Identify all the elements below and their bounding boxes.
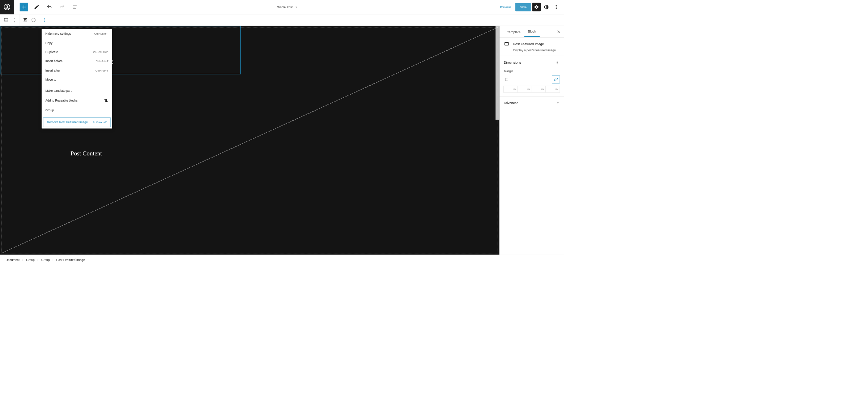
menu-move-to[interactable]: Move to <box>42 75 112 84</box>
menu-label: Copy <box>45 41 52 45</box>
post-content-block[interactable]: Post Content <box>71 150 102 157</box>
svg-point-18 <box>557 61 557 61</box>
svg-rect-0 <box>73 6 77 6</box>
undo-button[interactable] <box>45 3 54 11</box>
edit-mode-button[interactable] <box>33 3 41 11</box>
menu-hide-settings[interactable]: Hide more settings Ctrl+Shift+, <box>42 29 112 38</box>
menu-label: Remove Post Featured Image <box>47 120 88 124</box>
menu-label: Duplicate <box>45 50 58 54</box>
link-icon <box>554 77 558 82</box>
crumb-document[interactable]: Document <box>6 258 20 262</box>
chevron-right-icon: › <box>52 258 54 261</box>
menu-separator <box>42 85 112 85</box>
menu-insert-before[interactable]: Insert before Ctrl+Alt+T <box>42 57 112 66</box>
menu-shortcut: Shift+Alt+Z <box>93 121 107 124</box>
menu-shortcut: Ctrl+Alt+T <box>96 60 109 63</box>
svg-point-14 <box>44 20 44 20</box>
svg-rect-17 <box>505 46 509 46</box>
menu-label: Make template part <box>45 89 71 93</box>
menu-separator <box>42 116 112 116</box>
menu-make-template-part[interactable]: Make template part <box>42 86 112 95</box>
block-header: Post Featured Image Display a post's fea… <box>499 37 564 56</box>
crumb-group-1[interactable]: Group <box>26 258 34 262</box>
link-sides-toggle[interactable] <box>552 76 560 83</box>
menu-label: Move to <box>45 78 56 81</box>
menu-duplicate[interactable]: Duplicate Ctrl+Shift+D <box>42 47 112 56</box>
add-block-button[interactable] <box>20 3 28 11</box>
menu-label: Add to Reusable blocks <box>45 99 77 102</box>
dimensions-options-button[interactable] <box>554 60 560 65</box>
featured-image-icon <box>504 41 510 47</box>
move-up-down[interactable]: ▴ ▾ <box>10 16 19 24</box>
chevron-down-icon <box>556 101 560 105</box>
box-icon <box>504 77 509 82</box>
preview-link[interactable]: Preview <box>497 3 514 10</box>
advanced-panel[interactable]: Advanced <box>499 97 564 109</box>
featured-image-icon <box>3 17 9 23</box>
close-sidebar-button[interactable] <box>553 27 564 36</box>
margin-bottom-input[interactable]: PX <box>532 86 546 93</box>
featured-image-block[interactable] <box>0 26 241 74</box>
svg-rect-1 <box>73 7 76 7</box>
crumb-current[interactable]: Post Featured Image <box>56 258 85 262</box>
margin-right-input[interactable]: PX <box>518 86 532 93</box>
separator <box>39 14 39 26</box>
top-toolbar: Single Post Preview Save <box>0 0 564 14</box>
settings-button[interactable] <box>532 3 541 11</box>
tab-block[interactable]: Block <box>524 26 540 37</box>
tab-template[interactable]: Template <box>503 27 524 37</box>
block-icon-button[interactable] <box>2 16 10 24</box>
styles-button[interactable] <box>542 3 550 11</box>
chevron-down-icon <box>294 5 298 9</box>
editor-canvas[interactable]: e Post Content Hide more settings Ctrl+S… <box>0 26 499 255</box>
chevron-right-icon: › <box>22 258 24 261</box>
svg-point-5 <box>556 7 557 7</box>
document-title[interactable]: Single Post <box>79 5 496 9</box>
crop-button[interactable] <box>29 16 38 24</box>
breadcrumb: Document › Group › Group › Post Featured… <box>0 255 564 265</box>
settings-sidebar: Template Block Post Featured Image Displ… <box>499 26 564 255</box>
list-view-button[interactable] <box>71 3 79 11</box>
menu-group[interactable]: Group <box>42 106 112 115</box>
margin-top-input[interactable]: PX <box>503 86 518 93</box>
block-more-button[interactable] <box>40 16 48 24</box>
block-toolbar: ▴ ▾ <box>0 14 564 26</box>
chevron-down-icon: ▾ <box>14 20 15 23</box>
svg-point-4 <box>556 5 557 6</box>
svg-rect-21 <box>505 78 508 81</box>
svg-rect-8 <box>4 22 8 22</box>
crumb-group-2[interactable]: Group <box>41 258 50 262</box>
menu-copy[interactable]: Copy <box>42 38 112 47</box>
dots-vertical-icon <box>555 60 559 65</box>
block-title: Post Featured Image <box>513 42 544 46</box>
svg-rect-10 <box>24 20 26 21</box>
block-description: Display a post's featured image. <box>504 47 560 52</box>
close-icon <box>557 30 561 34</box>
svg-point-12 <box>32 18 35 22</box>
margin-left-input[interactable]: PX <box>546 86 560 93</box>
menu-shortcut: Ctrl+Alt+Y <box>95 69 109 72</box>
menu-label: Insert after <box>45 69 60 72</box>
dots-vertical-icon <box>554 4 559 9</box>
svg-point-6 <box>556 8 557 9</box>
undo-icon <box>47 4 52 10</box>
menu-label: Group <box>45 108 54 112</box>
margin-values: PX PX PX PX <box>504 86 560 93</box>
main-area: e Post Content Hide more settings Ctrl+S… <box>0 26 564 255</box>
svg-rect-2 <box>73 8 76 8</box>
svg-point-13 <box>44 18 44 19</box>
redo-button[interactable] <box>58 3 66 11</box>
align-button[interactable] <box>21 16 29 24</box>
block-context-menu: Hide more settings Ctrl+Shift+, Copy Dup… <box>42 29 112 129</box>
toolbar-right: Preview Save <box>497 3 564 11</box>
menu-label: Insert before <box>45 59 62 63</box>
more-options-button[interactable] <box>552 3 560 11</box>
save-button[interactable]: Save <box>515 3 531 11</box>
margin-box-indicator <box>504 77 510 82</box>
reusable-icon <box>104 98 109 103</box>
menu-add-reusable[interactable]: Add to Reusable blocks <box>42 95 112 106</box>
chevron-up-icon: ▴ <box>14 17 15 20</box>
wordpress-logo-button[interactable] <box>0 0 14 14</box>
menu-remove-block[interactable]: Remove Post Featured Image Shift+Alt+Z <box>43 117 111 127</box>
menu-insert-after[interactable]: Insert after Ctrl+Alt+Y <box>42 66 112 75</box>
